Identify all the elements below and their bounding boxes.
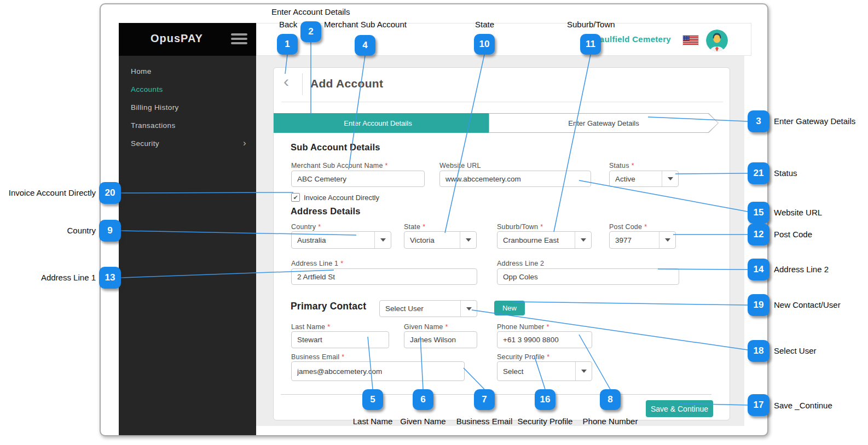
post-code-label: Post Code* xyxy=(609,223,647,231)
invoice-directly-label: Invoice Account Directly xyxy=(304,194,379,202)
status-select[interactable]: Active xyxy=(609,171,679,187)
header-divider xyxy=(281,102,723,102)
save-continue-button[interactable]: Save & Continue xyxy=(646,400,713,417)
select-user-value: Select User xyxy=(380,305,460,313)
callout-10: 10 xyxy=(474,34,495,55)
callout-label-suburb-town: Suburb/Town xyxy=(567,20,615,29)
callout-label-enter-gateway-details: Enter Gateway Details xyxy=(774,116,855,126)
sidebar-item-label: Security xyxy=(131,139,159,148)
callout-15: 15 xyxy=(748,202,769,224)
sidebar-nav: Home Accounts Billing History Transactio… xyxy=(119,62,256,153)
callout-label-given-name: Given Name xyxy=(400,417,445,426)
content-area: ‹ Add Account Enter Account Details Ente… xyxy=(256,56,744,426)
callout-13: 13 xyxy=(99,267,121,289)
sidebar-item-home[interactable]: Home xyxy=(119,62,256,80)
sidebar-item-accounts[interactable]: Accounts xyxy=(119,80,256,98)
section-heading-sub-account: Sub Account Details xyxy=(291,142,380,153)
callout-16: 16 xyxy=(535,389,555,410)
website-url-label: Website URL xyxy=(439,162,481,169)
user-avatar[interactable] xyxy=(706,30,728,51)
callout-label-business-email: Business Email xyxy=(456,417,513,426)
security-profile-select[interactable]: Select xyxy=(497,361,592,381)
merchant-name-input[interactable] xyxy=(291,171,425,187)
address1-input[interactable] xyxy=(291,268,477,285)
callout-label-last-name: Last Name xyxy=(353,417,393,426)
post-code-select[interactable]: 3977 xyxy=(609,231,676,249)
callout-8: 8 xyxy=(600,389,621,410)
country-select[interactable]: Australia xyxy=(291,231,391,249)
callout-label-status: Status xyxy=(774,168,797,178)
chevron-down-icon xyxy=(659,232,675,248)
callout-label-invoice-account-directly: Invoice Account Directly xyxy=(4,188,96,197)
invoice-directly-checkbox[interactable]: ✔ xyxy=(291,193,300,202)
footer-divider xyxy=(281,394,711,395)
check-icon: ✔ xyxy=(293,194,298,201)
current-account-name: Caulfield Cemetery xyxy=(594,34,671,44)
chevron-down-icon xyxy=(374,232,391,248)
state-select[interactable]: Victoria xyxy=(404,231,477,249)
callout-19: 19 xyxy=(748,294,769,316)
us-flag-icon[interactable] xyxy=(683,36,698,45)
callout-2: 2 xyxy=(300,21,321,42)
address2-input[interactable] xyxy=(497,268,679,285)
sidebar-item-billing-history[interactable]: Billing History xyxy=(119,98,256,116)
callout-label-address-line-2: Address Line 2 xyxy=(774,265,829,274)
sidebar-item-transactions[interactable]: Transactions xyxy=(119,116,256,134)
suburb-select[interactable]: Cranbourne East xyxy=(497,231,592,249)
state-label: State* xyxy=(404,223,425,231)
tab-enter-account-details[interactable]: Enter Account Details xyxy=(274,113,499,133)
phone-number-label: Phone Number* xyxy=(497,323,549,331)
callout-label-back: Back xyxy=(279,20,297,29)
annotated-screenshot: OpusPAY Home Accounts Billing History Tr… xyxy=(0,0,868,445)
business-email-input[interactable] xyxy=(291,361,465,381)
callout-label-select-user: Select User xyxy=(774,346,817,355)
callout-9: 9 xyxy=(99,220,121,242)
callout-label-post-code: Post Code xyxy=(774,230,812,239)
last-name-input[interactable] xyxy=(291,331,389,348)
select-user-dropdown[interactable]: Select User xyxy=(379,300,477,317)
given-name-label: Given Name* xyxy=(404,323,448,331)
tab-enter-gateway-details[interactable]: Enter Gateway Details xyxy=(489,113,719,133)
last-name-label: Last Name* xyxy=(291,323,330,331)
callout-label-address-line-1: Address Line 1 xyxy=(4,273,96,282)
callout-7: 7 xyxy=(474,389,495,410)
security-profile-label: Security Profile* xyxy=(497,353,549,361)
post-code-value: 3977 xyxy=(610,236,659,244)
brand-logo: OpusPAY xyxy=(151,32,203,45)
tab-label: Enter Account Details xyxy=(344,119,412,127)
app-window: OpusPAY Home Accounts Billing History Tr… xyxy=(100,3,768,436)
flag-canton xyxy=(683,36,690,40)
new-contact-button[interactable]: New xyxy=(494,301,525,315)
callout-label-website-url: Website URL xyxy=(774,208,822,217)
callout-21: 21 xyxy=(748,162,769,184)
sidebar-item-security[interactable]: Security › xyxy=(119,134,256,153)
callout-label-enter-account-details: Enter Account Details xyxy=(271,7,350,16)
callout-label-phone-number: Phone Number xyxy=(583,417,638,426)
title-divider xyxy=(302,73,303,95)
sidebar-header: OpusPAY xyxy=(119,23,256,56)
business-email-label: Business Email* xyxy=(291,353,344,361)
country-label: Country* xyxy=(291,223,321,231)
callout-17: 17 xyxy=(748,394,769,416)
section-heading-address: Address Details xyxy=(291,206,361,216)
tab-label: Enter Gateway Details xyxy=(568,119,639,127)
callout-label-save-continue: Save _Continue xyxy=(774,401,832,410)
callout-label-security-profile: Security Profile xyxy=(518,417,573,426)
status-value: Active xyxy=(610,175,662,183)
given-name-input[interactable] xyxy=(404,331,477,348)
callout-4: 4 xyxy=(355,35,375,56)
callout-6: 6 xyxy=(413,389,433,410)
phone-number-input[interactable] xyxy=(497,331,592,348)
state-value: Victoria xyxy=(404,236,460,244)
page-title: Add Account xyxy=(310,77,383,90)
back-button[interactable]: ‹ xyxy=(283,72,289,91)
chevron-down-icon xyxy=(460,232,476,248)
callout-label-new-contact-user: New Contact/User xyxy=(774,300,841,309)
chevron-down-icon xyxy=(575,362,592,380)
security-profile-value: Select xyxy=(497,367,575,376)
callout-18: 18 xyxy=(748,340,769,362)
chevron-down-icon xyxy=(575,232,591,248)
website-url-input[interactable] xyxy=(439,171,591,187)
address2-label: Address Line 2 xyxy=(497,260,544,267)
hamburger-menu-icon[interactable] xyxy=(231,33,247,45)
